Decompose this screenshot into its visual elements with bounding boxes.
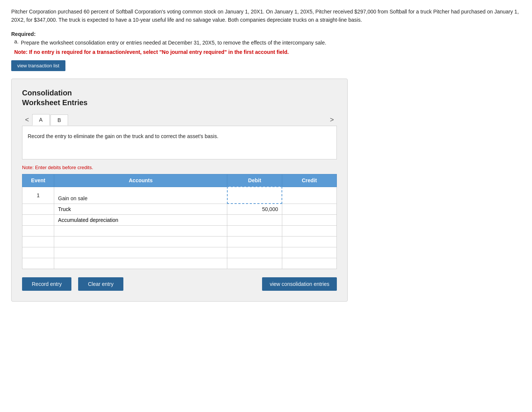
row5-credit[interactable] [282, 236, 336, 247]
row3-account[interactable] [54, 215, 227, 226]
row7-debit-input[interactable] [231, 260, 278, 266]
row5-debit[interactable] [227, 236, 282, 247]
row6-account[interactable] [54, 247, 227, 258]
row7-credit[interactable] [282, 258, 336, 269]
row6-event [22, 247, 54, 258]
tab-a[interactable]: A [32, 114, 50, 126]
table-row [22, 226, 337, 236]
row2-account[interactable] [54, 204, 227, 215]
row1-account[interactable]: Gain on saleGain on sale [54, 187, 227, 204]
col-event: Event [22, 174, 54, 187]
row2-event [22, 204, 54, 215]
worksheet-container: Consolidation Worksheet Entries < A B > … [11, 79, 348, 302]
row6-credit-input[interactable] [286, 250, 333, 256]
row4-credit-input[interactable] [286, 228, 333, 234]
buttons-row: Record entry Clear entry view consolidat… [22, 277, 337, 291]
table-row: 1 Gain on saleGain on sale [22, 187, 337, 204]
row3-debit-input[interactable] [231, 217, 278, 223]
row3-event [22, 215, 54, 226]
row3-credit[interactable] [282, 215, 336, 226]
row6-debit-input[interactable] [231, 250, 278, 256]
row2-account-input[interactable] [58, 206, 223, 212]
col-debit: Debit [227, 174, 282, 187]
row5-event [22, 236, 54, 247]
clear-entry-button[interactable]: Clear entry [78, 277, 123, 291]
row1-credit[interactable] [282, 187, 336, 204]
intro-paragraph: Pitcher Corporation purchased 60 percent… [11, 7, 520, 24]
worksheet-title: Consolidation Worksheet Entries [22, 88, 337, 107]
tab-right-arrow[interactable]: > [327, 115, 337, 125]
row7-debit[interactable] [227, 258, 282, 269]
required-note: Note: If no entry is required for a tran… [14, 49, 521, 55]
row6-account-input[interactable] [58, 250, 223, 256]
row4-credit[interactable] [282, 226, 336, 236]
row4-debit[interactable] [227, 226, 282, 236]
table-row: 50,000 [22, 204, 337, 215]
row7-event [22, 258, 54, 269]
row5-credit-input[interactable] [286, 239, 333, 245]
table-row [22, 247, 337, 258]
table-row [22, 258, 337, 269]
item-a-text: Prepare the worksheet consolidation entr… [21, 39, 326, 47]
row6-debit[interactable] [227, 247, 282, 258]
row7-account-input[interactable] [58, 260, 223, 266]
row1-account-input[interactable] [58, 189, 223, 195]
entry-table: Event Accounts Debit Credit 1 Gain on sa… [22, 174, 337, 269]
entry-description: Record the entry to eliminate the gain o… [22, 126, 337, 159]
note-debits: Note: Enter debits before credits. [22, 165, 337, 170]
row4-debit-input[interactable] [231, 228, 278, 234]
tab-left-arrow[interactable]: < [22, 115, 32, 125]
row2-credit[interactable] [282, 204, 336, 215]
view-transaction-button[interactable]: view transaction list [11, 60, 65, 71]
view-consolidation-button[interactable]: view consolidation entries [262, 277, 337, 291]
row3-account-input[interactable] [58, 217, 223, 223]
row5-account[interactable] [54, 236, 227, 247]
table-row [22, 236, 337, 247]
item-a-label: a. [14, 39, 19, 47]
tab-b[interactable]: B [50, 115, 68, 125]
row7-credit-input[interactable] [286, 260, 333, 266]
row3-debit[interactable] [227, 215, 282, 226]
row1-debit[interactable] [227, 187, 282, 204]
tabs-navigation: < A B > [22, 114, 337, 126]
table-row [22, 215, 337, 226]
col-credit: Credit [282, 174, 336, 187]
row5-account-input[interactable] [58, 239, 223, 245]
row4-account[interactable] [54, 226, 227, 236]
row6-credit[interactable] [282, 247, 336, 258]
row2-debit: 50,000 [227, 204, 282, 215]
row5-debit-input[interactable] [231, 239, 278, 245]
record-entry-button[interactable]: Record entry [22, 277, 71, 291]
row1-event: 1 [22, 187, 54, 204]
row1-debit-input[interactable] [231, 192, 278, 198]
row1-credit-input[interactable] [286, 192, 333, 198]
row7-account[interactable] [54, 258, 227, 269]
row2-credit-input[interactable] [286, 206, 333, 212]
row3-credit-input[interactable] [286, 217, 333, 223]
col-accounts: Accounts [54, 174, 227, 187]
required-label: Required: [11, 31, 521, 37]
row4-event [22, 226, 54, 236]
row4-account-input[interactable] [58, 228, 223, 234]
